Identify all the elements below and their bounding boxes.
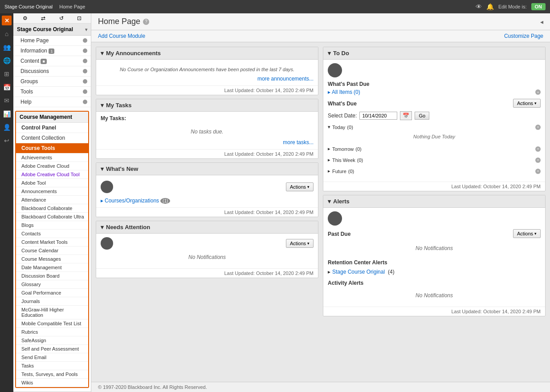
tool-rubrics[interactable]: Rubrics	[16, 328, 88, 336]
tasks-more-link[interactable]: more tasks...	[283, 139, 314, 145]
sidebar-item-groups[interactable]: Groups	[13, 77, 91, 87]
tomorrow-collapse[interactable]: ×	[535, 146, 541, 152]
tool-achievements[interactable]: Achievements	[16, 154, 88, 162]
edit-mode-toggle[interactable]: ON	[531, 3, 546, 10]
today-header[interactable]: ▾ Today (0) ×	[328, 123, 541, 131]
content-collection-link[interactable]: Content Collection	[16, 133, 88, 143]
announcements-header[interactable]: ▾ My Announcements	[96, 47, 318, 60]
topbar-tab-active[interactable]: Home Page	[59, 4, 85, 9]
activity-alerts-title: Activity Alerts	[328, 280, 541, 286]
calendar-icon[interactable]: 📅	[2, 82, 12, 92]
sidebar-section-header[interactable]: Stage Course Original ▾	[13, 24, 91, 36]
announcements-more-link[interactable]: more announcements...	[257, 76, 314, 82]
sidebar-item-content[interactable]: Content ■	[13, 56, 91, 66]
page-info-icon[interactable]: ?	[143, 19, 149, 25]
retention-link[interactable]: Stage Course Original	[332, 269, 385, 275]
customize-page-link[interactable]: Customize Page	[504, 33, 543, 39]
whats-new-actions-btn[interactable]: Actions ▾	[286, 182, 314, 191]
tool-glossary[interactable]: Glossary	[16, 280, 88, 289]
tool-content-market[interactable]: Content Market Tools	[16, 238, 88, 247]
tool-adobe-tool[interactable]: Adobe Tool	[16, 179, 88, 187]
courses-expand-link[interactable]: ▸ Courses/Organizations (1)	[101, 198, 314, 204]
tomorrow-header[interactable]: ▸ Tomorrow (0) ×	[328, 145, 541, 153]
tool-adobe-cc-tool[interactable]: Adobe Creative Cloud Tool	[16, 170, 88, 179]
topbar-course-title[interactable]: Stage Course Original	[4, 4, 53, 9]
announcements-no-content: No Course or Organization Announcements …	[101, 63, 314, 76]
this-week-count: (0)	[357, 158, 363, 163]
tool-safeassign[interactable]: SafeAssign	[16, 336, 88, 345]
chart-icon[interactable]: 📊	[2, 109, 12, 119]
date-input[interactable]	[359, 112, 397, 120]
alerts-actions-btn[interactable]: Actions ▾	[513, 229, 541, 238]
tool-journals[interactable]: Journals	[16, 297, 88, 306]
todo-avatar-row	[328, 63, 541, 77]
tool-tests[interactable]: Tests, Surveys, and Pools	[16, 370, 88, 379]
tool-self-peer[interactable]: Self and Peer Assessment	[16, 345, 88, 353]
sidebar-expand-icon[interactable]: ⊡	[77, 15, 81, 21]
this-week-collapse[interactable]: ×	[535, 158, 541, 163]
sidebar-item-tools[interactable]: Tools	[13, 87, 91, 97]
tool-bb-collaborate-ultra[interactable]: Blackboard Collaborate Ultra	[16, 213, 88, 221]
home-icon[interactable]: ⌂	[2, 29, 12, 39]
past-due-section-row: Past Due Actions ▾	[328, 228, 541, 239]
alerts-header[interactable]: ▾ Alerts	[323, 195, 545, 208]
needs-attention-actions-btn[interactable]: Actions ▾	[286, 239, 314, 248]
tool-announcements[interactable]: Announcements	[16, 187, 88, 196]
users-icon[interactable]: 👤	[2, 122, 12, 132]
back-icon[interactable]: ↩	[2, 136, 12, 145]
tool-tasks[interactable]: Tasks	[16, 362, 88, 370]
sidebar-item-home[interactable]: Home Page	[13, 36, 91, 46]
tool-course-messages[interactable]: Course Messages	[16, 255, 88, 263]
today-collapse[interactable]: ×	[535, 125, 541, 130]
all-items-link[interactable]: ▸ All Items (0)	[328, 89, 360, 95]
sidebar-swap-icon[interactable]: ⇄	[41, 15, 45, 21]
tool-adobe-cc[interactable]: Adobe Creative Cloud	[16, 162, 88, 170]
tool-contacts[interactable]: Contacts	[16, 230, 88, 238]
collapse-sidebar-btn[interactable]: ◂	[540, 18, 543, 25]
go-btn[interactable]: Go	[415, 112, 429, 120]
tool-date-management[interactable]: Date Management	[16, 263, 88, 272]
tool-send-email[interactable]: Send Email	[16, 353, 88, 362]
grid-icon[interactable]: ⊞	[2, 69, 12, 79]
needs-attention-collapse-arrow: ▾	[101, 224, 104, 230]
sidebar-item-information[interactable]: Information 1	[13, 46, 91, 56]
needs-attention-header[interactable]: ▾ Needs Attention	[96, 221, 318, 234]
tool-blogs[interactable]: Blogs	[16, 221, 88, 230]
tool-mcgrawhill[interactable]: McGraw-Hill Higher Education	[16, 306, 88, 319]
mail-icon[interactable]: ✉	[2, 96, 12, 105]
tool-bb-collaborate[interactable]: Blackboard Collaborate	[16, 204, 88, 213]
tool-attendance[interactable]: Attendance	[16, 196, 88, 204]
tool-discussion-board[interactable]: Discussion Board	[16, 272, 88, 280]
future-collapse[interactable]: ×	[535, 169, 541, 174]
course-management-header: Course Management	[16, 112, 88, 123]
eye-icon[interactable]: 👁	[476, 3, 482, 10]
people-icon[interactable]: 👥	[2, 42, 12, 52]
sidebar-gear-icon[interactable]: ⚙	[23, 15, 28, 21]
todo-header[interactable]: ▾ To Do	[323, 47, 545, 60]
tasks-header[interactable]: ▾ My Tasks	[96, 99, 318, 112]
whats-new-header[interactable]: ▾ What's New	[96, 163, 318, 175]
course-tools-link[interactable]: Course Tools	[16, 143, 88, 154]
sidebar-item-discussions[interactable]: Discussions	[13, 66, 91, 77]
close-button[interactable]: ✕	[2, 16, 12, 25]
tool-mobile-test[interactable]: Mobile Compatible Test List	[16, 319, 88, 328]
tool-goal-performance[interactable]: Goal Performance	[16, 289, 88, 297]
tool-course-calendar[interactable]: Course Calendar	[16, 247, 88, 255]
bell-icon[interactable]: 🔔	[486, 3, 494, 10]
all-items-collapse[interactable]: ×	[535, 89, 541, 95]
tool-wikis[interactable]: Wikis	[16, 379, 88, 387]
sidebar-refresh-icon[interactable]: ↺	[59, 15, 64, 21]
control-panel-link[interactable]: Control Panel	[16, 123, 88, 133]
needs-attention-no-content: No Notifications	[101, 250, 314, 265]
calendar-picker-btn[interactable]: 📅	[400, 111, 412, 120]
globe-icon[interactable]: 🌐	[2, 56, 12, 65]
tasks-title: My Tasks	[106, 102, 132, 109]
footer-copyright: © 1997-2020 Blackboard Inc. All Rights R…	[98, 384, 207, 390]
future-header[interactable]: ▸ Future (0) ×	[328, 167, 541, 175]
this-week-header[interactable]: ▸ This Week (0) ×	[328, 156, 541, 164]
whats-due-actions-btn[interactable]: Actions ▾	[513, 99, 541, 108]
add-course-module-link[interactable]: Add Course Module	[98, 33, 145, 39]
sidebar-item-help[interactable]: Help	[13, 97, 91, 107]
alerts-actions-arrow: ▾	[534, 231, 537, 236]
today-section: ▾ Today (0) × Nothing Due Today	[328, 123, 541, 142]
